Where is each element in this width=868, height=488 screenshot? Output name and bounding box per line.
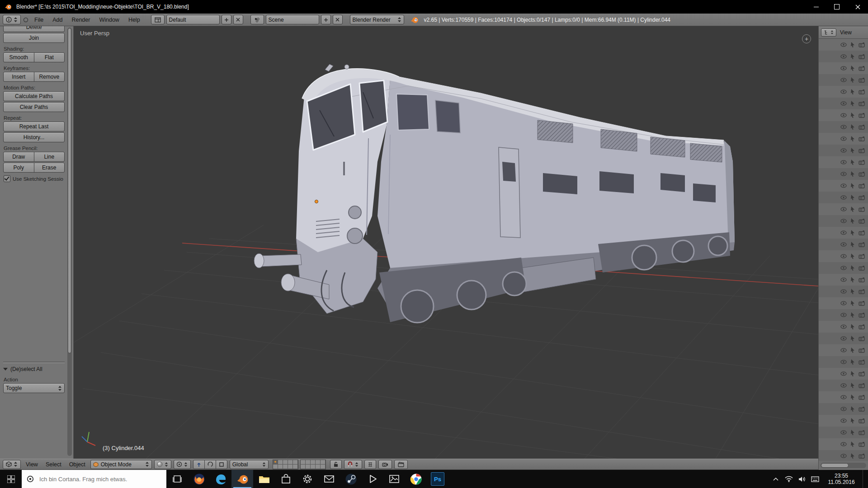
- outliner-row[interactable]: [819, 391, 868, 403]
- menu-object[interactable]: Object: [66, 461, 88, 468]
- selectability-cursor-icon[interactable]: [849, 76, 856, 84]
- visibility-eye-icon[interactable]: [840, 441, 847, 448]
- scrollbar-thumb[interactable]: [68, 28, 71, 353]
- flat-button[interactable]: Flat: [34, 52, 65, 62]
- tray-expand-button[interactable]: [771, 470, 781, 488]
- visibility-eye-icon[interactable]: [840, 370, 847, 377]
- scrollbar-thumb[interactable]: [821, 463, 849, 468]
- visibility-eye-icon[interactable]: [840, 147, 847, 154]
- visibility-eye-icon[interactable]: [840, 100, 847, 107]
- outliner-row[interactable]: [819, 262, 868, 274]
- mail-icon[interactable]: [318, 470, 340, 488]
- selectability-cursor-icon[interactable]: [849, 241, 856, 248]
- selectability-cursor-icon[interactable]: [849, 429, 856, 436]
- layer-cell[interactable]: [316, 465, 321, 469]
- layer-cell[interactable]: [278, 465, 283, 469]
- scene-browse-button[interactable]: [250, 15, 264, 24]
- visibility-eye-icon[interactable]: [840, 253, 847, 260]
- start-button[interactable]: [0, 470, 22, 488]
- selectability-cursor-icon[interactable]: [849, 112, 856, 119]
- selectability-cursor-icon[interactable]: [849, 159, 856, 166]
- selectability-cursor-icon[interactable]: [849, 253, 856, 260]
- outliner-row[interactable]: [819, 109, 868, 121]
- visibility-eye-icon[interactable]: [840, 323, 847, 330]
- selectability-cursor-icon[interactable]: [849, 323, 856, 330]
- outliner-row[interactable]: [819, 74, 868, 86]
- delete-layout-button[interactable]: [233, 15, 243, 24]
- task-view-button[interactable]: [166, 470, 188, 488]
- selectability-cursor-icon[interactable]: [849, 335, 856, 342]
- outliner-row[interactable]: [819, 344, 868, 356]
- renderability-camera-icon[interactable]: [858, 182, 865, 189]
- selectability-cursor-icon[interactable]: [849, 311, 856, 319]
- visibility-eye-icon[interactable]: [840, 382, 847, 389]
- layer-cell[interactable]: [283, 465, 288, 469]
- rotate-manipulator-toggle[interactable]: [204, 460, 216, 469]
- visibility-eye-icon[interactable]: [840, 241, 847, 248]
- renderability-camera-icon[interactable]: [858, 112, 865, 119]
- outliner-row[interactable]: [819, 98, 868, 109]
- visibility-eye-icon[interactable]: [840, 335, 847, 342]
- layer-cell[interactable]: [306, 460, 311, 465]
- clear-paths-button[interactable]: Clear Paths: [3, 102, 65, 112]
- outliner-row[interactable]: [819, 321, 868, 333]
- add-scene-button[interactable]: [321, 15, 331, 24]
- selectability-cursor-icon[interactable]: [849, 347, 856, 354]
- renderability-camera-icon[interactable]: [858, 123, 865, 131]
- outliner-row[interactable]: [819, 239, 868, 250]
- renderability-camera-icon[interactable]: [858, 276, 865, 283]
- show-desktop-button[interactable]: [863, 470, 866, 488]
- close-button[interactable]: [847, 0, 868, 14]
- locomotive-model[interactable]: [254, 64, 735, 323]
- renderability-camera-icon[interactable]: [858, 335, 865, 342]
- pivot-point-dropdown[interactable]: [174, 460, 191, 469]
- firefox-icon[interactable]: [188, 470, 210, 488]
- sketching-sessions-checkbox-row[interactable]: Use Sketching Sessio: [4, 175, 64, 182]
- outliner-row[interactable]: [819, 133, 868, 145]
- menu-file[interactable]: File: [31, 17, 47, 23]
- layer-cell[interactable]: [301, 465, 306, 469]
- visibility-eye-icon[interactable]: [840, 217, 847, 225]
- editor-type-button[interactable]: [3, 15, 21, 24]
- visibility-eye-icon[interactable]: [840, 182, 847, 189]
- selectability-cursor-icon[interactable]: [849, 194, 856, 201]
- selectability-cursor-icon[interactable]: [849, 170, 856, 178]
- layer-cell[interactable]: [301, 460, 306, 465]
- movies-tv-icon[interactable]: [362, 470, 383, 488]
- editor-type-button[interactable]: [3, 460, 21, 469]
- outliner-horizontal-scrollbar[interactable]: [821, 463, 866, 468]
- outliner-row[interactable]: [819, 403, 868, 415]
- visibility-eye-icon[interactable]: [840, 358, 847, 366]
- outliner-row[interactable]: [819, 333, 868, 344]
- scale-manipulator-toggle[interactable]: [216, 460, 227, 469]
- selectability-cursor-icon[interactable]: [849, 394, 856, 401]
- visibility-eye-icon[interactable]: [840, 206, 847, 213]
- selectability-cursor-icon[interactable]: [849, 182, 856, 189]
- add-layout-button[interactable]: [222, 15, 231, 24]
- selectability-cursor-icon[interactable]: [849, 123, 856, 131]
- menu-view[interactable]: View: [23, 461, 41, 468]
- selectability-cursor-icon[interactable]: [849, 382, 856, 389]
- layer-cell[interactable]: [316, 460, 321, 465]
- visibility-eye-icon[interactable]: [840, 76, 847, 84]
- outliner-row[interactable]: [819, 145, 868, 156]
- outliner-row[interactable]: [819, 450, 868, 461]
- visibility-eye-icon[interactable]: [840, 394, 847, 401]
- renderability-camera-icon[interactable]: [858, 229, 865, 236]
- edge-icon[interactable]: [210, 470, 231, 488]
- outliner-row[interactable]: [819, 297, 868, 309]
- renderability-camera-icon[interactable]: [858, 170, 865, 178]
- visibility-eye-icon[interactable]: [840, 41, 847, 48]
- history-button[interactable]: History...: [3, 132, 65, 142]
- selectability-cursor-icon[interactable]: [849, 300, 856, 307]
- screen-layout-browse-button[interactable]: [151, 15, 165, 24]
- selectability-cursor-icon[interactable]: [849, 417, 856, 424]
- menu-window[interactable]: Window: [95, 17, 123, 23]
- selectability-cursor-icon[interactable]: [849, 405, 856, 413]
- selectability-cursor-icon[interactable]: [849, 206, 856, 213]
- menu-add[interactable]: Add: [49, 17, 66, 23]
- photoshop-icon[interactable]: Ps: [427, 470, 448, 488]
- visibility-eye-icon[interactable]: [840, 194, 847, 201]
- selectability-cursor-icon[interactable]: [849, 441, 856, 448]
- renderability-camera-icon[interactable]: [858, 288, 865, 295]
